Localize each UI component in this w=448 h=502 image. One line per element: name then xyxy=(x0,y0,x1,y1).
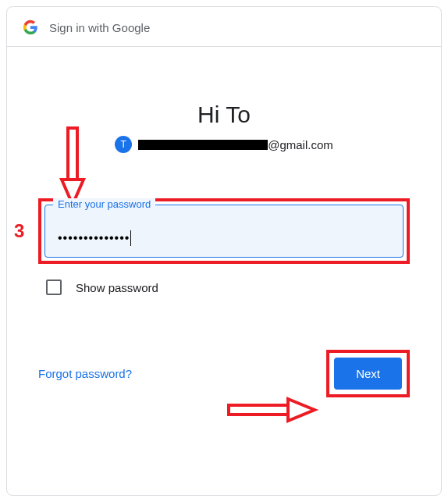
annotation-highlight-next: Next xyxy=(326,350,410,397)
dialog-header: Sign in with Google xyxy=(7,7,441,47)
action-row: Forgot password? Next xyxy=(38,350,410,397)
next-button[interactable]: Next xyxy=(334,358,402,390)
password-input[interactable]: Enter your password •••••••••••••• xyxy=(44,205,404,258)
email-domain: @gmail.com xyxy=(268,138,333,151)
text-cursor xyxy=(130,230,131,246)
password-value: •••••••••••••• xyxy=(58,230,131,246)
show-password-label: Show password xyxy=(76,281,158,294)
forgot-password-link[interactable]: Forgot password? xyxy=(38,367,132,380)
annotation-arrow-right-icon xyxy=(226,397,319,425)
annotation-step-number: 3 xyxy=(14,220,24,242)
svg-rect-0 xyxy=(68,128,77,180)
svg-rect-1 xyxy=(229,405,288,415)
google-logo-icon xyxy=(23,20,38,35)
password-label: Enter your password xyxy=(53,198,155,210)
annotation-highlight-password: Enter your password •••••••••••••• xyxy=(38,198,410,264)
dialog-content: Hi To T @gmail.com Enter your password •… xyxy=(7,47,441,397)
account-chip[interactable]: T @gmail.com xyxy=(38,136,410,153)
avatar: T xyxy=(115,136,132,153)
header-title: Sign in with Google xyxy=(49,21,150,34)
greeting-heading: Hi To xyxy=(38,101,410,128)
show-password-row: Show password xyxy=(38,279,410,295)
avatar-letter: T xyxy=(121,139,126,150)
redaction-bar xyxy=(138,140,268,150)
account-email: @gmail.com xyxy=(138,138,333,151)
show-password-checkbox[interactable] xyxy=(46,279,62,295)
signin-card: Sign in with Google Hi To T @gmail.com E… xyxy=(6,6,442,496)
